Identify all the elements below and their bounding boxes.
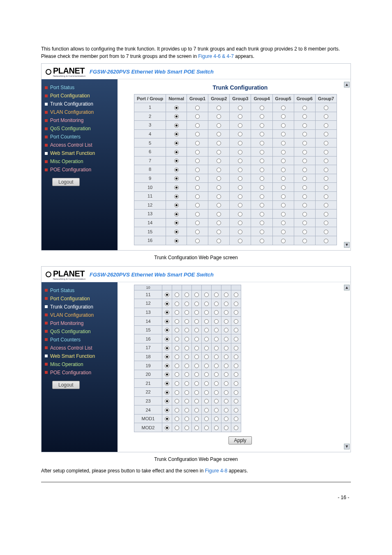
radio-cell[interactable]: [192, 325, 202, 334]
radio-cell[interactable]: [208, 227, 230, 236]
radio-cell[interactable]: [231, 388, 241, 397]
sidebar-item[interactable]: Port Counters: [44, 336, 115, 344]
radio-cell[interactable]: [202, 290, 212, 299]
radio-icon[interactable]: [260, 141, 264, 145]
radio-cell[interactable]: [230, 191, 251, 200]
radio-cell[interactable]: [230, 210, 251, 219]
radio-cell[interactable]: [172, 334, 182, 343]
radio-cell[interactable]: [182, 396, 192, 405]
radio-cell[interactable]: [162, 299, 172, 308]
radio-icon[interactable]: [260, 106, 264, 110]
radio-cell[interactable]: [221, 352, 231, 361]
radio-cell[interactable]: [182, 290, 192, 299]
radio-cell[interactable]: [187, 227, 208, 236]
radio-icon[interactable]: [260, 159, 264, 163]
radio-icon[interactable]: [238, 212, 242, 216]
radio-cell[interactable]: [202, 405, 212, 415]
radio-cell[interactable]: [166, 147, 187, 156]
radio-icon[interactable]: [175, 372, 179, 377]
radio-cell[interactable]: [162, 423, 172, 432]
radio-icon[interactable]: [224, 399, 228, 403]
radio-cell[interactable]: [182, 325, 192, 334]
radio-cell[interactable]: [212, 352, 221, 361]
radio-icon[interactable]: [238, 194, 242, 199]
radio-icon[interactable]: [234, 355, 238, 359]
radio-cell[interactable]: [172, 396, 182, 405]
radio-icon[interactable]: [195, 194, 200, 199]
radio-icon[interactable]: [238, 159, 242, 163]
radio-cell[interactable]: [202, 343, 212, 352]
radio-cell[interactable]: [187, 210, 208, 219]
radio-cell[interactable]: [231, 317, 241, 326]
radio-cell[interactable]: [172, 370, 182, 379]
radio-cell[interactable]: [251, 112, 272, 121]
radio-cell[interactable]: [231, 379, 241, 388]
radio-icon[interactable]: [214, 381, 219, 386]
radio-icon[interactable]: [302, 132, 307, 136]
radio-icon[interactable]: [260, 123, 264, 128]
radio-icon[interactable]: [217, 114, 221, 119]
radio-cell[interactable]: [172, 414, 182, 423]
radio-icon[interactable]: [224, 381, 228, 386]
radio-cell[interactable]: [202, 325, 212, 334]
radio-cell[interactable]: [192, 405, 202, 415]
radio-icon[interactable]: [194, 346, 199, 350]
radio-cell[interactable]: [231, 290, 241, 299]
radio-cell[interactable]: [202, 414, 212, 423]
radio-cell[interactable]: [187, 103, 208, 112]
radio-cell[interactable]: [187, 183, 208, 192]
sidebar-item[interactable]: POE Configuration: [44, 166, 115, 174]
sidebar-item[interactable]: Port Configuration: [44, 295, 115, 303]
radio-cell[interactable]: [172, 352, 182, 361]
radio-icon[interactable]: [324, 106, 328, 110]
radio-icon[interactable]: [214, 337, 219, 341]
radio-icon[interactable]: [324, 150, 328, 154]
radio-icon[interactable]: [234, 319, 238, 324]
radio-cell[interactable]: [272, 112, 294, 121]
radio-icon[interactable]: [281, 150, 286, 154]
radio-cell[interactable]: [172, 299, 182, 308]
radio-cell[interactable]: [251, 129, 272, 138]
radio-icon[interactable]: [184, 408, 189, 412]
radio-cell[interactable]: [231, 396, 241, 405]
radio-icon[interactable]: [234, 408, 238, 412]
radio-cell[interactable]: [166, 183, 187, 192]
radio-icon[interactable]: [175, 337, 179, 341]
radio-icon[interactable]: [260, 132, 264, 136]
radio-icon[interactable]: [194, 390, 199, 395]
radio-cell[interactable]: [272, 210, 294, 219]
radio-icon[interactable]: [204, 426, 209, 430]
radio-icon[interactable]: [194, 292, 199, 297]
radio-icon[interactable]: [234, 381, 238, 386]
radio-cell[interactable]: [230, 218, 251, 227]
radio-icon[interactable]: [217, 159, 221, 163]
radio-cell[interactable]: [182, 299, 192, 308]
radio-cell[interactable]: [166, 200, 187, 210]
radio-cell[interactable]: [212, 370, 221, 379]
radio-cell[interactable]: [231, 370, 241, 379]
radio-cell[interactable]: [272, 121, 294, 130]
radio-cell[interactable]: [251, 121, 272, 130]
radio-icon[interactable]: [324, 185, 328, 190]
radio-cell[interactable]: [272, 227, 294, 236]
radio-icon[interactable]: [214, 372, 219, 377]
radio-cell[interactable]: [187, 218, 208, 227]
radio-icon[interactable]: [224, 310, 228, 315]
radio-icon[interactable]: [324, 114, 328, 119]
radio-icon[interactable]: [175, 310, 179, 315]
logout-button[interactable]: Logout: [52, 381, 80, 389]
radio-icon[interactable]: [214, 417, 219, 421]
radio-cell[interactable]: [315, 200, 337, 210]
radio-cell[interactable]: [192, 317, 202, 326]
radio-cell[interactable]: [182, 405, 192, 415]
radio-cell[interactable]: [315, 129, 337, 138]
radio-cell[interactable]: [294, 200, 315, 210]
radio-cell[interactable]: [231, 343, 241, 352]
radio-cell[interactable]: [172, 343, 182, 352]
radio-icon[interactable]: [260, 221, 264, 225]
radio-icon[interactable]: [217, 212, 221, 216]
radio-cell[interactable]: [221, 299, 231, 308]
radio-cell[interactable]: [192, 388, 202, 397]
radio-cell[interactable]: [221, 317, 231, 326]
radio-icon[interactable]: [302, 194, 307, 199]
